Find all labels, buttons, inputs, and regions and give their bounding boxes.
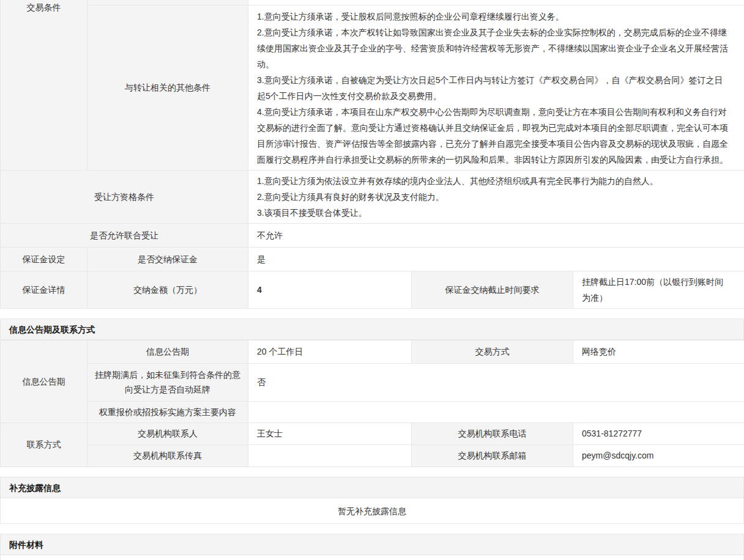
row-group-announcement-period: 信息公告期 — [1, 340, 87, 422]
condition-clause: 3.意向受让方须承诺，自被确定为受让方次日起5个工作日内与转让方签订《产权交易合… — [257, 72, 729, 104]
condition-clause: 1.意向受让方须承诺，受让股权后同意按照标的企业公司章程继续履行出资义务。 — [257, 9, 729, 24]
qualification-item: 3.该项目不接受联合体受让。 — [257, 205, 729, 221]
deposit-setting-value: 是 — [248, 247, 744, 271]
weight-plan-value — [248, 401, 744, 422]
supplementary-section: 补充披露信息 暂无补充披露信息 — [0, 477, 744, 524]
contact-person-value: 王女士 — [248, 422, 412, 444]
deposit-amount-label: 交纳金额（万元） — [87, 271, 248, 308]
contact-person-row: 联系方式 交易机构联系人 王女士 交易机构联系电话 0531-81272777 — [1, 422, 744, 444]
row-group-deposit-setting: 保证金设定 — [1, 247, 87, 271]
auto-extension-value: 否 — [248, 363, 744, 401]
announcement-section: 信息公告期及联系方式 信息公告期 信息公告期 20 个工作日 交易方式 网络竞价… — [0, 319, 744, 467]
auto-extension-row: 挂牌期满后，如未征集到符合条件的意向受让方是否自动延牌 否 — [1, 363, 744, 401]
joint-transfer-value: 不允许 — [248, 223, 744, 247]
auto-extension-label: 挂牌期满后，如未征集到符合条件的意向受让方是否自动延牌 — [87, 363, 248, 401]
trade-conditions-table: 交易条件 与转让相关的其他条件 1.意向受让方须承诺，受让股权后同意按照标的企业… — [0, 0, 744, 309]
attachments-section-title: 附件材料 — [0, 534, 744, 555]
joint-transfer-row: 是否允许联合受让 不允许 — [1, 223, 744, 247]
weight-plan-label: 权重报价或招投标实施方案主要内容 — [87, 401, 248, 422]
contact-person-label: 交易机构联系人 — [87, 422, 248, 444]
deposit-setting-label: 是否交纳保证金 — [87, 247, 248, 271]
announcement-period-label: 信息公告期 — [87, 340, 248, 363]
row-group-contact: 联系方式 — [1, 422, 87, 466]
trade-method-value: 网络竞价 — [573, 340, 744, 363]
contact-email-label: 交易机构联系邮箱 — [412, 444, 573, 466]
listing-detail-page: 交易条件 与转让相关的其他条件 1.意向受让方须承诺，受让股权后同意按照标的企业… — [0, 0, 744, 560]
contact-phone-label: 交易机构联系电话 — [412, 422, 573, 444]
announcement-period-value: 20 个工作日 — [248, 340, 412, 363]
qualification-label: 受让方资格条件 — [1, 170, 248, 223]
announcement-period-row: 信息公告期 信息公告期 20 个工作日 交易方式 网络竞价 — [1, 340, 744, 363]
row-group-deposit-detail: 保证金详情 — [1, 271, 87, 308]
trade-method-label: 交易方式 — [412, 340, 573, 363]
other-conditions-row: 与转让相关的其他条件 1.意向受让方须承诺，受让股权后同意按照标的企业公司章程继… — [1, 5, 744, 170]
contact-fax-label: 交易机构联系传真 — [87, 444, 248, 466]
announcement-section-title: 信息公告期及联系方式 — [0, 319, 744, 340]
trade-conditions-group-label: 交易条件 — [27, 2, 61, 12]
supplementary-section-title: 补充披露信息 — [0, 477, 744, 498]
deposit-setting-row: 保证金设定 是否交纳保证金 是 — [1, 247, 744, 271]
deposit-deadline-value: 挂牌截止日17:00前（以银行到账时间为准） — [573, 271, 744, 308]
partial-value-cell — [248, 0, 744, 5]
contact-fax-row: 交易机构联系传真 交易机构联系邮箱 peym@sdcqjy.com — [1, 444, 744, 466]
weight-plan-row: 权重报价或招投标实施方案主要内容 — [1, 401, 744, 422]
condition-clause: 2.意向受让方须承诺，本次产权转让如导致国家出资企业及其子企业失去标的企业实际控… — [257, 24, 729, 72]
qualification-item: 2.意向受让方须具有良好的财务状况及支付能力。 — [257, 189, 729, 205]
deposit-detail-row: 保证金详情 交纳金额（万元） 4 保证金交纳截止时间要求 挂牌截止日17:00前… — [1, 271, 744, 308]
qualification-item: 1.意向受让方须为依法设立并有效存续的境内企业法人、其他经济组织或具有完全民事行… — [257, 173, 729, 189]
attachments-section: 附件材料 提示：项目无相关材料。 — [0, 534, 744, 560]
qualification-row: 受让方资格条件 1.意向受让方须为依法设立并有效存续的境内企业法人、其他经济组织… — [1, 170, 744, 223]
contact-phone-value: 0531-81272777 — [573, 422, 744, 444]
other-conditions-value: 1.意向受让方须承诺，受让股权后同意按照标的企业公司章程继续履行出资义务。 2.… — [248, 5, 744, 170]
partial-label-cell — [87, 0, 248, 5]
announcement-table: 信息公告期 信息公告期 20 个工作日 交易方式 网络竞价 挂牌期满后，如未征集… — [0, 340, 744, 467]
condition-clause: 4.意向受让方须承诺，本项目在山东产权交易中心公告期即为尽职调查期，意向受让方在… — [257, 104, 729, 168]
deposit-deadline-label: 保证金交纳截止时间要求 — [412, 271, 573, 308]
supplementary-empty-text: 暂无补充披露信息 — [0, 498, 744, 524]
qualification-value: 1.意向受让方须为依法设立并有效存续的境内企业法人、其他经济组织或具有完全民事行… — [248, 170, 744, 223]
partial-top-row: 交易条件 — [1, 0, 744, 5]
contact-email-value: peym@sdcqjy.com — [573, 444, 744, 466]
other-conditions-label: 与转让相关的其他条件 — [87, 5, 248, 170]
joint-transfer-label: 是否允许联合受让 — [1, 223, 248, 247]
deposit-amount-value: 4 — [248, 271, 412, 308]
contact-fax-value — [248, 444, 412, 466]
row-group-trade-conditions: 交易条件 — [1, 0, 87, 170]
attachments-hint-text: 提示：项目无相关材料。 — [0, 555, 744, 560]
